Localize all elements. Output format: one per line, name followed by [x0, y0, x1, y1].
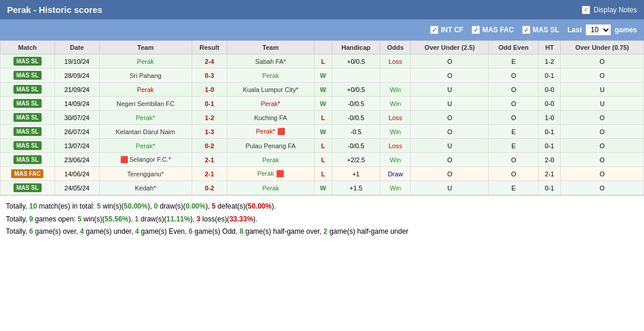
- match-badge-cell: MAS FAC: [1, 167, 55, 181]
- odd-even: E: [489, 125, 539, 139]
- over-under-075: O: [561, 167, 644, 181]
- games-odd: 6: [189, 227, 193, 236]
- open-games: 9: [29, 215, 33, 223]
- halftime-score: 0-0: [539, 97, 561, 111]
- match-score: 0-1: [192, 97, 227, 111]
- match-date: 23/06/24: [54, 153, 99, 167]
- match-badge-cell: MAS SL: [1, 181, 55, 195]
- odd-even: O: [489, 167, 539, 181]
- competition-badge: MAS SL: [13, 183, 42, 192]
- display-notes-toggle[interactable]: ✓ Display Notes: [582, 6, 637, 14]
- open-losses: 3: [196, 215, 200, 223]
- open-draws: 1: [135, 215, 139, 223]
- table-row: MAS SL30/07/24Perak*1-2Kuching FAL-0/0.5…: [1, 111, 644, 125]
- header: Perak - Historic scores ✓ Display Notes: [0, 0, 644, 19]
- win-loss: W: [314, 125, 332, 139]
- win-loss: L: [314, 54, 332, 69]
- halftime-score: 0-0: [539, 83, 561, 97]
- col-wl: [314, 41, 332, 54]
- games-under: 4: [80, 227, 84, 236]
- table-row: MAS FAC14/06/24Terengganu*2-1Perak 🟥L+1D…: [1, 167, 644, 181]
- mas-sl-filter[interactable]: ✓ MAS SL: [522, 26, 559, 34]
- match-date: 26/07/24: [54, 125, 99, 139]
- score-right: 0: [210, 86, 214, 93]
- int-cf-label: INT CF: [441, 26, 464, 34]
- handicap-value: +0/0.5: [332, 54, 380, 69]
- halftime-score: 0-1: [539, 69, 561, 83]
- team1-name: Kedah*: [99, 181, 192, 195]
- col-team1: Team: [99, 41, 192, 54]
- team1-name: Sri Pahang: [99, 69, 192, 83]
- int-cf-filter[interactable]: ✓ INT CF: [430, 26, 464, 34]
- int-cf-checkbox[interactable]: ✓: [430, 26, 438, 34]
- display-notes-checkbox[interactable]: ✓: [582, 6, 590, 14]
- team2-name: Perak: [227, 153, 314, 167]
- match-badge-cell: MAS SL: [1, 139, 55, 153]
- match-score: 1-0: [192, 83, 227, 97]
- total-matches: 10: [29, 202, 37, 210]
- team1-name: Negeri Sembilan FC: [99, 97, 192, 111]
- over-under-075: O: [561, 125, 644, 139]
- wins-pct: 50.00%: [124, 202, 148, 210]
- odd-even: O: [489, 69, 539, 83]
- score-right: 4: [210, 58, 214, 65]
- odds-result: Win: [380, 97, 411, 111]
- win-loss: L: [314, 139, 332, 153]
- mas-fac-filter[interactable]: ✓ MAS FAC: [472, 26, 514, 34]
- odds-result: Win: [380, 153, 411, 167]
- team1-name: Terengganu*: [99, 167, 192, 181]
- col-oe: Odd Even: [489, 41, 539, 54]
- match-date: 28/09/24: [54, 69, 99, 83]
- halftime-score: 1-0: [539, 111, 561, 125]
- match-date: 14/06/24: [54, 167, 99, 181]
- team2-name: Pulau Penang FA: [227, 139, 314, 153]
- odd-even: O: [489, 111, 539, 125]
- halftime-score: 0-1: [539, 139, 561, 153]
- over-under-075: O: [561, 153, 644, 167]
- draws-pct: 0.00%: [186, 202, 206, 210]
- over-under-075: U: [561, 83, 644, 97]
- handicap-value: +2/2.5: [332, 153, 380, 167]
- team2-name: Perak: [227, 69, 314, 83]
- odd-even: O: [489, 153, 539, 167]
- mas-fac-checkbox[interactable]: ✓: [472, 26, 480, 34]
- score-right: 3: [210, 128, 214, 135]
- team1-name: Kelantan Darul Naim: [99, 125, 192, 139]
- competition-badge: MAS SL: [13, 127, 42, 136]
- mas-sl-label: MAS SL: [533, 26, 559, 34]
- match-score: 2-1: [192, 167, 227, 181]
- match-date: 14/09/24: [54, 97, 99, 111]
- over-under-075: O: [561, 111, 644, 125]
- handicap-value: -0.5: [332, 125, 380, 139]
- team2-name: Perak: [227, 181, 314, 195]
- games-label: games: [615, 26, 637, 34]
- match-score: 1-3: [192, 125, 227, 139]
- col-result: Result: [192, 41, 227, 54]
- games-over: 6: [29, 227, 33, 236]
- match-date: 21/09/24: [54, 83, 99, 97]
- mas-sl-checkbox[interactable]: ✓: [522, 26, 530, 34]
- match-score: 0-2: [192, 139, 227, 153]
- halftime-score: 2-1: [539, 167, 561, 181]
- handicap-value: [332, 69, 380, 83]
- summary-line-2: Totally, 9 games open: 5 win(s)(55.56%),…: [6, 213, 638, 226]
- odds-result: Loss: [380, 111, 411, 125]
- over-under-25: O: [411, 54, 489, 69]
- score-right: 1: [210, 170, 214, 178]
- team2-name: Perak 🟥: [227, 167, 314, 181]
- draws-count: 0: [154, 202, 158, 210]
- team1-name: Perak: [99, 83, 192, 97]
- table-row: MAS SL23/06/24🟥Selangor F.C.*2-1PerakL+2…: [1, 153, 644, 167]
- over-under-25: U: [411, 97, 489, 111]
- over-under-25: U: [411, 181, 489, 195]
- odd-even: O: [489, 83, 539, 97]
- match-badge-cell: MAS SL: [1, 54, 55, 69]
- win-loss: W: [314, 181, 332, 195]
- match-score: 0-2: [192, 181, 227, 195]
- col-match: Match: [1, 41, 55, 54]
- halftime-score: 0-1: [539, 181, 561, 195]
- games-count-select[interactable]: 5 10 15 20 30 50: [585, 24, 611, 36]
- odds-result: Loss: [380, 139, 411, 153]
- over-under-25: O: [411, 69, 489, 83]
- competition-badge: MAS FAC: [11, 169, 43, 178]
